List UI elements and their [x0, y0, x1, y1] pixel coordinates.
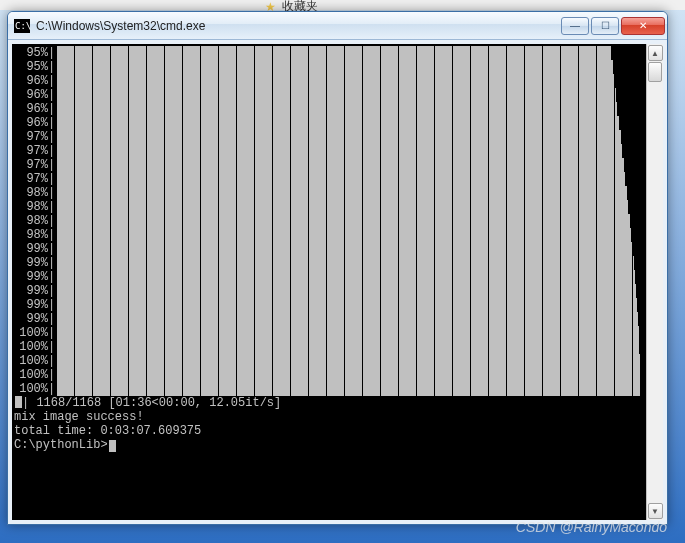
progress-bar-left-cap: | — [48, 382, 55, 396]
progress-row: 99%| — [14, 298, 644, 312]
scroll-up-button[interactable]: ▲ — [648, 45, 663, 61]
cmd-window: C:\ C:\Windows\System32\cmd.exe — ☐ ✕ 95… — [7, 11, 668, 525]
progress-bar — [57, 144, 640, 158]
progress-bar — [57, 158, 640, 172]
window-title: C:\Windows\System32\cmd.exe — [36, 19, 561, 33]
progress-bar-fill — [57, 214, 630, 228]
progress-bar — [57, 284, 640, 298]
progress-bar — [57, 326, 640, 340]
progress-row: 99%| — [14, 284, 644, 298]
progress-percent: 96% — [14, 88, 48, 102]
progress-row: 99%| — [14, 270, 644, 284]
progress-percent: 98% — [14, 186, 48, 200]
progress-bar-fill — [57, 242, 632, 256]
progress-percent: 99% — [14, 284, 48, 298]
progress-bar-fill — [57, 88, 615, 102]
progress-percent: 98% — [14, 228, 48, 242]
progress-row: 96%| — [14, 102, 644, 116]
progress-bar-left-cap: | — [48, 186, 55, 200]
vertical-scrollbar[interactable]: ▲ ▼ — [646, 44, 663, 520]
progress-bar-fill — [57, 228, 631, 242]
progress-bar-left-cap: | — [48, 74, 55, 88]
console-output[interactable]: 95%|95%|96%|96%|96%|96%|97%|97%|97%|97%|… — [12, 44, 646, 520]
client-area: 95%|95%|96%|96%|96%|96%|97%|97%|97%|97%|… — [12, 44, 663, 520]
progress-bar-fill — [57, 200, 628, 214]
input-cursor — [109, 440, 116, 452]
titlebar[interactable]: C:\ C:\Windows\System32\cmd.exe — ☐ ✕ — [8, 12, 667, 40]
progress-bar — [57, 368, 640, 382]
progress-percent: 95% — [14, 60, 48, 74]
progress-row: 98%| — [14, 186, 644, 200]
progress-row: 97%| — [14, 158, 644, 172]
progress-percent: 100% — [14, 326, 48, 340]
progress-bar-left-cap: | — [48, 368, 55, 382]
progress-bar-left-cap: | — [48, 102, 55, 116]
progress-percent: 97% — [14, 130, 48, 144]
progress-bar-left-cap: | — [48, 130, 55, 144]
progress-row: 100%| — [14, 368, 644, 382]
progress-bar-left-cap: | — [48, 60, 55, 74]
progress-bar-left-cap: | — [48, 172, 55, 186]
total-time-line: total time: 0:03:07.609375 — [14, 424, 644, 438]
progress-bar — [57, 270, 640, 284]
progress-bar-fill — [57, 354, 640, 368]
progress-bar — [57, 46, 640, 60]
progress-percent: 99% — [14, 298, 48, 312]
progress-percent: 99% — [14, 242, 48, 256]
progress-bar-fill — [57, 172, 625, 186]
progress-row: 100%| — [14, 354, 644, 368]
progress-bar — [57, 242, 640, 256]
progress-row: 95%| — [14, 46, 644, 60]
progress-bar — [57, 116, 640, 130]
progress-bar — [57, 382, 640, 396]
progress-bar — [57, 130, 640, 144]
progress-percent: 100% — [14, 368, 48, 382]
progress-bar-left-cap: | — [48, 46, 55, 60]
cmd-icon: C:\ — [14, 19, 30, 33]
progress-bar-fill — [57, 144, 622, 158]
progress-bar-fill — [57, 382, 640, 396]
progress-row: 96%| — [14, 88, 644, 102]
progress-bar-left-cap: | — [48, 340, 55, 354]
progress-bar-left-cap: | — [48, 116, 55, 130]
progress-row: 99%| — [14, 242, 644, 256]
progress-row: 97%| — [14, 144, 644, 158]
progress-percent: 100% — [14, 354, 48, 368]
progress-bar — [57, 214, 640, 228]
background-window-fragment: ★ 收藏夹 — [0, 0, 685, 10]
progress-bar-left-cap: | — [48, 242, 55, 256]
progress-row: 99%| — [14, 256, 644, 270]
prompt-line: C:\pythonLib> — [14, 438, 644, 452]
scrollbar-thumb[interactable] — [648, 62, 662, 82]
progress-bar-fill — [57, 298, 637, 312]
progress-percent: 100% — [14, 340, 48, 354]
progress-bar-left-cap: | — [48, 298, 55, 312]
progress-bar-fill — [57, 270, 635, 284]
progress-counter-line: | 1168/1168 [01:36<00:00, 12.05it/s] — [14, 396, 644, 410]
minimize-button[interactable]: — — [561, 17, 589, 35]
progress-bar-fill — [57, 158, 623, 172]
close-button[interactable]: ✕ — [621, 17, 665, 35]
progress-bar — [57, 256, 640, 270]
progress-bar — [57, 312, 640, 326]
progress-bar-left-cap: | — [48, 88, 55, 102]
progress-row: 98%| — [14, 200, 644, 214]
progress-bar — [57, 200, 640, 214]
progress-bar — [57, 340, 640, 354]
progress-bar-left-cap: | — [48, 158, 55, 172]
scrollbar-track[interactable] — [647, 62, 663, 502]
progress-bar-fill — [57, 60, 612, 74]
progress-row: 100%| — [14, 326, 644, 340]
progress-bar-fill — [57, 116, 619, 130]
progress-bar — [57, 228, 640, 242]
maximize-button[interactable]: ☐ — [591, 17, 619, 35]
progress-percent: 98% — [14, 200, 48, 214]
progress-bar-left-cap: | — [48, 228, 55, 242]
progress-row: 96%| — [14, 116, 644, 130]
scroll-down-button[interactable]: ▼ — [648, 503, 663, 519]
progress-bar-fill — [57, 368, 640, 382]
progress-percent: 96% — [14, 116, 48, 130]
progress-row: 98%| — [14, 214, 644, 228]
progress-bar-left-cap: | — [48, 256, 55, 270]
progress-bar — [57, 172, 640, 186]
